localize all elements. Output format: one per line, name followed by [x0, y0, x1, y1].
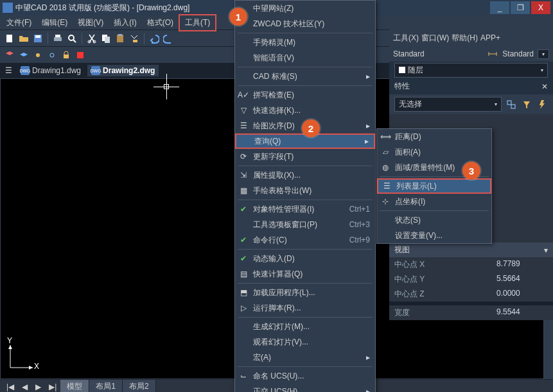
- redo-icon[interactable]: [162, 33, 174, 44]
- prop-row[interactable]: 中心点 Z0.0000: [389, 287, 553, 302]
- svg-rect-3: [54, 37, 62, 41]
- undo-icon[interactable]: [148, 33, 160, 44]
- filter-icon: ▽: [238, 106, 249, 115]
- layer-state-icon[interactable]: [18, 49, 30, 61]
- menu-item-updatefields[interactable]: ⟳更新字段(T): [235, 149, 375, 164]
- menu-item-loadapp[interactable]: ⬒加载应用程序(L)...: [235, 285, 375, 300]
- doc-tab-1[interactable]: DWG Drawing1.dwg: [17, 65, 85, 76]
- copy-icon[interactable]: [100, 33, 112, 44]
- menu-help[interactable]: 帮助(H): [452, 33, 478, 44]
- new-icon[interactable]: [4, 33, 15, 44]
- menu-item-query[interactable]: 查询(Q)▸: [235, 133, 375, 149]
- prop-section-label: 视图: [394, 244, 410, 255]
- menu-item-distance[interactable]: ⟺距离(D): [377, 129, 491, 144]
- doc-tab-2[interactable]: DWG Drawing2.dwg: [87, 65, 159, 76]
- leader-style-label: Standard: [393, 49, 425, 58]
- menu-item-orthoucs[interactable]: 正交 UCS(H)▸: [235, 384, 375, 392]
- prop-row[interactable]: 宽度9.5544: [389, 305, 553, 320]
- draworder-icon: ☰: [238, 121, 249, 130]
- menu-item-script[interactable]: ▷运行脚本(R)...: [235, 300, 375, 316]
- extract-icon: ⇲: [238, 171, 249, 180]
- menu-edit[interactable]: 编辑(E): [37, 15, 73, 30]
- callout-1: 1: [229, 8, 247, 26]
- menu-file[interactable]: 文件(F): [1, 15, 37, 30]
- select-objects-icon[interactable]: [505, 99, 517, 110]
- menu-item-makeslide[interactable]: 生成幻灯片(M)...: [235, 319, 375, 334]
- quick-select-icon[interactable]: [521, 99, 532, 110]
- print-icon[interactable]: [52, 33, 64, 44]
- sun-icon[interactable]: [32, 49, 44, 61]
- minimize-button[interactable]: _: [490, 1, 509, 14]
- svg-rect-13: [133, 40, 137, 42]
- svg-point-5: [69, 35, 74, 40]
- properties-panel-header[interactable]: 特性 ✕: [389, 78, 553, 94]
- flash-icon[interactable]: [536, 99, 548, 110]
- menu-item-quickcalc[interactable]: ▤快速计算器(Q): [235, 266, 375, 282]
- save-icon[interactable]: [32, 33, 44, 44]
- close-panel-icon[interactable]: ✕: [541, 82, 548, 91]
- close-button[interactable]: X: [531, 1, 550, 14]
- menu-item-website[interactable]: 中望网站(Z): [235, 1, 375, 16]
- layout-nav-prev[interactable]: ◀: [18, 381, 31, 393]
- layout-tab-model[interactable]: 模型: [60, 380, 89, 392]
- menu-item-macro[interactable]: 宏(A)▸: [235, 350, 375, 365]
- lock-icon[interactable]: [60, 49, 72, 61]
- layer-manager-icon[interactable]: [4, 49, 15, 61]
- separator: [144, 33, 145, 44]
- menu-app[interactable]: APP+: [480, 33, 500, 42]
- svg-rect-25: [507, 101, 511, 105]
- prop-row[interactable]: 中心点 Y5.5664: [389, 272, 553, 287]
- massprop-icon: ◍: [380, 163, 391, 172]
- menu-item-area[interactable]: ▱面积(A): [377, 144, 491, 160]
- cut-icon[interactable]: [86, 33, 98, 44]
- svg-point-14: [36, 53, 40, 57]
- menu-item-setvar[interactable]: 设置变量(V)...: [377, 228, 491, 243]
- open-icon[interactable]: [18, 33, 30, 44]
- menu-tools[interactable]: 工具(T): [179, 14, 216, 31]
- layer-color-combo[interactable]: 随层 ▾: [394, 63, 548, 78]
- layout-tab-2[interactable]: 布局2: [123, 380, 156, 392]
- preview-icon[interactable]: [66, 33, 78, 44]
- menu-view[interactable]: 视图(V): [73, 15, 109, 30]
- menu-item-tableexport[interactable]: ▦手绘表格导出(W): [235, 183, 375, 198]
- maximize-button[interactable]: ❐: [511, 1, 530, 14]
- layout-nav-last[interactable]: ▶|: [45, 381, 60, 393]
- doc-tab-2-label: Drawing2.dwg: [103, 66, 155, 75]
- menu-item-status[interactable]: 状态(S): [377, 212, 491, 228]
- menu-item-properties[interactable]: ✔对象特性管理器(I)Ctrl+1: [235, 201, 375, 217]
- menu-item-idpoint[interactable]: ⊹点坐标(I): [377, 194, 491, 209]
- menu-item-toolpalette[interactable]: 工具选项板窗口(P)Ctrl+3: [235, 217, 375, 232]
- menu-item-quickselect[interactable]: ▽快速选择(K)...: [235, 103, 375, 118]
- menu-insert[interactable]: 插入(I): [109, 15, 141, 30]
- menu-window[interactable]: 窗口(W): [421, 33, 449, 44]
- menu-item-cadstandards[interactable]: CAD 标准(S)▸: [235, 69, 375, 84]
- menu-item-list[interactable]: ☰列表显示(L): [377, 178, 491, 194]
- prop-row[interactable]: 中心点 X8.7789: [389, 257, 553, 272]
- menu-item-namedducs[interactable]: ⌙命名 UCS(U)...: [235, 368, 375, 384]
- match-icon[interactable]: [128, 33, 140, 44]
- menu-item-attextract[interactable]: ⇲属性提取(X)...: [235, 167, 375, 183]
- dim-style-combo[interactable]: ▾: [538, 49, 549, 59]
- menu-item-voice[interactable]: 智能语音(V): [235, 50, 375, 65]
- menu-format[interactable]: 格式(O): [142, 15, 179, 30]
- menu-item-viewslide[interactable]: 观看幻灯片(V)...: [235, 334, 375, 350]
- paste-icon[interactable]: [114, 33, 126, 44]
- color-icon[interactable]: [75, 49, 86, 61]
- prop-key: 中心点 Y: [394, 274, 496, 285]
- doc-home-icon[interactable]: ☰: [3, 65, 14, 76]
- menu-item-dyninput[interactable]: ✔动态输入(D): [235, 251, 375, 266]
- dimstyle-icon[interactable]: [487, 48, 498, 60]
- layout-nav-next[interactable]: ▶: [31, 381, 45, 393]
- prop-section-view[interactable]: 视图▾: [389, 243, 553, 257]
- layout-nav-first[interactable]: |◀: [3, 381, 18, 393]
- freeze-icon[interactable]: [46, 49, 58, 61]
- callout-2: 2: [302, 119, 320, 137]
- menu-item-spell[interactable]: A✓拼写检查(E): [235, 87, 375, 103]
- menu-tools-right[interactable]: 工具(X): [393, 33, 419, 44]
- menu-item-commandline[interactable]: ✔命令行(C)Ctrl+9: [235, 232, 375, 248]
- layout-tab-1[interactable]: 布局1: [89, 380, 123, 392]
- separator: [82, 33, 82, 44]
- menu-item-gesture[interactable]: 手势精灵(M): [235, 35, 375, 50]
- menu-item-forum[interactable]: ZWCAD 技术社区(Y): [235, 16, 375, 31]
- selection-combo[interactable]: 无选择▾: [394, 97, 502, 112]
